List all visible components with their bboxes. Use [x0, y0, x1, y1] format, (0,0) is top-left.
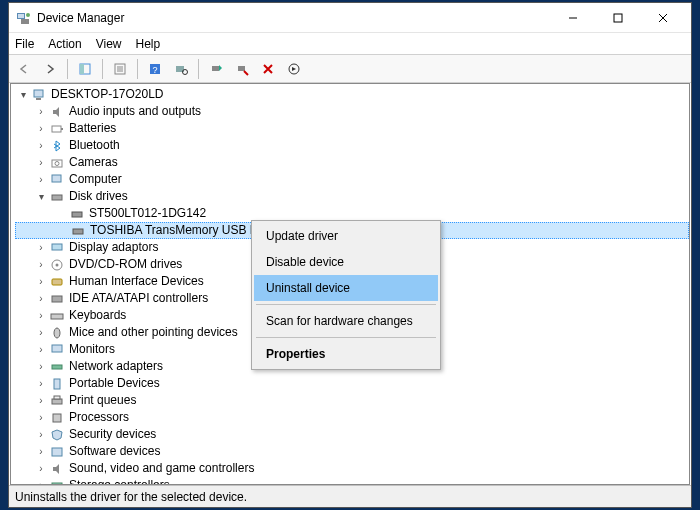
expand-icon[interactable]: ›: [35, 460, 47, 477]
expand-icon[interactable]: ›: [35, 137, 47, 154]
svg-point-26: [55, 161, 59, 165]
show-hide-tree-button[interactable]: [74, 58, 96, 80]
keyboard-icon: [49, 308, 65, 324]
svg-rect-43: [53, 414, 61, 422]
hid-icon: [49, 274, 65, 290]
shield-icon: [49, 427, 65, 443]
svg-rect-41: [52, 399, 62, 404]
collapse-icon[interactable]: ▾: [35, 188, 47, 205]
uninstall-device-icon[interactable]: [257, 58, 279, 80]
svg-rect-18: [212, 66, 219, 71]
tree-item-printq[interactable]: ›Print queues: [15, 392, 689, 409]
svg-rect-44: [52, 448, 62, 456]
disk-icon: [49, 189, 65, 205]
menu-file[interactable]: File: [15, 37, 34, 51]
expand-icon[interactable]: ›: [35, 375, 47, 392]
tree-item-storage[interactable]: ›Storage controllers: [15, 477, 689, 485]
expand-icon[interactable]: ›: [35, 307, 47, 324]
properties-icon[interactable]: [109, 58, 131, 80]
forward-button[interactable]: [39, 58, 61, 80]
expand-icon[interactable]: ›: [35, 358, 47, 375]
svg-point-37: [54, 328, 60, 338]
expand-icon[interactable]: ›: [35, 256, 47, 273]
svg-rect-31: [52, 244, 62, 250]
expand-icon[interactable]: ›: [35, 171, 47, 188]
back-button[interactable]: [13, 58, 35, 80]
help-icon[interactable]: ?: [144, 58, 166, 80]
expand-icon[interactable]: ›: [35, 154, 47, 171]
mouse-icon: [49, 325, 65, 341]
expand-icon[interactable]: ›: [35, 426, 47, 443]
computer-icon: [31, 87, 47, 103]
svg-rect-1: [18, 14, 24, 18]
titlebar: Device Manager: [9, 3, 691, 33]
svg-rect-5: [614, 14, 622, 22]
svg-rect-38: [52, 345, 62, 352]
add-legacy-icon[interactable]: [283, 58, 305, 80]
context-separator: [256, 304, 436, 305]
expand-icon[interactable]: ›: [35, 392, 47, 409]
context-update-driver[interactable]: Update driver: [254, 223, 438, 249]
maximize-button[interactable]: [595, 3, 640, 33]
context-disable-device[interactable]: Disable device: [254, 249, 438, 275]
tree-item-audio[interactable]: ›Audio inputs and outputs: [15, 103, 689, 120]
update-driver-icon[interactable]: [205, 58, 227, 80]
collapse-icon[interactable]: ▾: [17, 86, 29, 103]
tree-item-sound[interactable]: ›Sound, video and game controllers: [15, 460, 689, 477]
minimize-button[interactable]: [550, 3, 595, 33]
svg-rect-27: [52, 175, 61, 182]
tree-item-disk-drives[interactable]: ▾Disk drives: [15, 188, 689, 205]
camera-icon: [49, 155, 65, 171]
svg-rect-29: [72, 212, 82, 217]
menu-action[interactable]: Action: [48, 37, 81, 51]
tree-item-portable[interactable]: ›Portable Devices: [15, 375, 689, 392]
cpu-icon: [49, 410, 65, 426]
status-text: Uninstalls the driver for the selected d…: [15, 490, 247, 504]
expand-icon[interactable]: ›: [35, 273, 47, 290]
printer-icon: [49, 393, 65, 409]
menubar: File Action View Help: [9, 33, 691, 55]
close-button[interactable]: [640, 3, 685, 33]
svg-rect-9: [80, 64, 84, 74]
expand-icon[interactable]: ›: [35, 103, 47, 120]
app-icon: [15, 10, 31, 26]
svg-rect-22: [36, 98, 41, 100]
tree-item-cameras[interactable]: ›Cameras: [15, 154, 689, 171]
expand-icon[interactable]: ›: [35, 477, 47, 485]
tree-item-processors[interactable]: ›Processors: [15, 409, 689, 426]
expand-icon[interactable]: ›: [35, 341, 47, 358]
drive-icon: [69, 206, 85, 222]
svg-rect-42: [54, 396, 60, 399]
computer-icon: [49, 172, 65, 188]
svg-rect-39: [52, 365, 62, 369]
context-scan-hardware[interactable]: Scan for hardware changes: [254, 308, 438, 334]
svg-point-3: [26, 13, 30, 17]
expand-icon[interactable]: ›: [35, 409, 47, 426]
ide-icon: [49, 291, 65, 307]
menu-view[interactable]: View: [96, 37, 122, 51]
expand-icon[interactable]: ›: [35, 324, 47, 341]
context-properties[interactable]: Properties: [254, 341, 438, 367]
svg-rect-24: [61, 128, 63, 130]
disable-device-icon[interactable]: [231, 58, 253, 80]
context-menu: Update driver Disable device Uninstall d…: [251, 220, 441, 370]
tree-root[interactable]: ▾ DESKTOP-17O20LD: [15, 86, 689, 103]
expand-icon[interactable]: ›: [35, 443, 47, 460]
expand-icon[interactable]: ›: [35, 120, 47, 137]
storage-icon: [49, 478, 65, 486]
expand-icon[interactable]: ›: [35, 290, 47, 307]
context-uninstall-device[interactable]: Uninstall device: [254, 275, 438, 301]
window-title: Device Manager: [37, 11, 124, 25]
menu-help[interactable]: Help: [136, 37, 161, 51]
tree-item-batteries[interactable]: ›Batteries: [15, 120, 689, 137]
display-adapter-icon: [49, 240, 65, 256]
battery-icon: [49, 121, 65, 137]
monitor-icon: [49, 342, 65, 358]
tree-item-security[interactable]: ›Security devices: [15, 426, 689, 443]
tree-item-software[interactable]: ›Software devices: [15, 443, 689, 460]
tree-item-computer[interactable]: ›Computer: [15, 171, 689, 188]
tree-item-bluetooth[interactable]: ›Bluetooth: [15, 137, 689, 154]
toolbar: ?: [9, 55, 691, 83]
expand-icon[interactable]: ›: [35, 239, 47, 256]
scan-hardware-icon[interactable]: [170, 58, 192, 80]
